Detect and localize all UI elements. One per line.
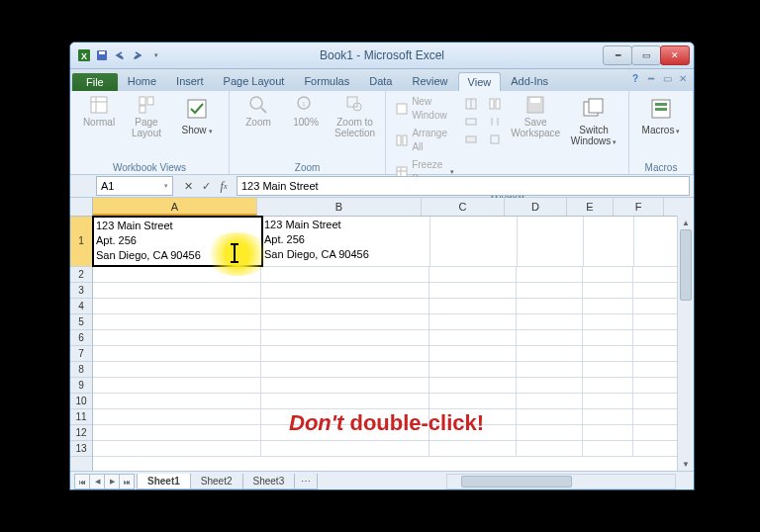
zoom-100-button[interactable]: 1100%	[283, 93, 329, 130]
col-header-b[interactable]: B	[257, 198, 422, 216]
name-box[interactable]: A1	[96, 176, 173, 196]
tab-nav-last-button[interactable]: ⏭	[119, 474, 135, 489]
svg-rect-8	[147, 97, 153, 105]
col-header-c[interactable]: C	[422, 198, 505, 216]
cell-b1[interactable]: 123 Main Street Apt. 256 San Diego, CA 9…	[262, 217, 430, 266]
tab-nav-prev-button[interactable]: ◀	[89, 474, 105, 489]
show-button[interactable]: Show	[171, 93, 223, 138]
cell-a1[interactable]: 123 Main Street Apt. 256 San Diego, CA 9…	[92, 216, 263, 267]
svg-text:X: X	[81, 51, 87, 61]
macros-button[interactable]: Macros	[635, 93, 687, 138]
arrange-all-icon	[396, 133, 408, 147]
tab-view[interactable]: View	[458, 72, 502, 91]
svg-rect-15	[347, 97, 357, 107]
new-sheet-button[interactable]: ⋯	[294, 474, 318, 489]
row-header-11[interactable]: 11	[70, 409, 92, 425]
sheet-tab-1[interactable]: Sheet1	[137, 474, 191, 489]
row-header-13[interactable]: 13	[70, 441, 92, 457]
tab-review[interactable]: Review	[402, 71, 457, 91]
svg-rect-3	[99, 51, 105, 54]
tab-addins[interactable]: Add-Ins	[501, 71, 558, 91]
row-header-9[interactable]: 9	[70, 378, 92, 394]
minimize-button[interactable]: ━	[603, 45, 632, 65]
tab-insert[interactable]: Insert	[166, 71, 214, 91]
svg-rect-4	[91, 97, 107, 113]
side-by-side-icon	[488, 97, 502, 111]
row-header-1[interactable]: 1	[70, 217, 92, 267]
enter-edit-button[interactable]: ✓	[197, 177, 215, 195]
vertical-scroll-thumb[interactable]	[680, 229, 692, 301]
svg-rect-7	[140, 97, 145, 105]
col-header-f[interactable]: F	[614, 198, 664, 216]
group-macros: Macros Macros	[629, 91, 694, 174]
sync-scroll-button[interactable]	[484, 113, 506, 131]
cells-grid[interactable]: 123 Main Street Apt. 256 San Diego, CA 9…	[93, 217, 694, 471]
qat-dropdown-icon[interactable]	[147, 47, 163, 63]
cell-e1[interactable]	[584, 217, 634, 266]
col-header-a[interactable]: A	[93, 198, 257, 216]
unhide-icon	[464, 133, 478, 146]
tab-home[interactable]: Home	[118, 71, 166, 91]
row-header-2[interactable]: 2	[70, 267, 92, 283]
mdi-close-button[interactable]: ✕	[676, 71, 690, 85]
split-button[interactable]	[460, 95, 482, 113]
tab-page-layout[interactable]: Page Layout	[214, 71, 295, 91]
annotation-text: Don't double-click!	[289, 410, 484, 436]
tab-nav-next-button[interactable]: ▶	[104, 474, 120, 489]
sheet-tab-3[interactable]: Sheet3	[242, 474, 296, 489]
row-header-3[interactable]: 3	[70, 283, 92, 299]
row-header-8[interactable]: 8	[70, 362, 92, 378]
vertical-scrollbar[interactable]: ▲ ▼	[677, 216, 694, 471]
mdi-restore-button[interactable]: ▭	[660, 71, 674, 85]
mdi-minimize-button[interactable]: ━	[644, 71, 658, 85]
normal-view-icon	[89, 95, 109, 115]
normal-view-button[interactable]: Normal	[76, 93, 122, 130]
horizontal-scroll-thumb[interactable]	[461, 476, 572, 488]
side-by-side-button[interactable]	[484, 95, 506, 113]
row-header-4[interactable]: 4	[70, 299, 92, 314]
arrange-all-button[interactable]: Arrange All	[392, 125, 458, 156]
excel-window: X Book1 - Microsoft Excel ━ ▭ ✕ File Hom…	[69, 42, 695, 490]
col-header-d[interactable]: D	[505, 198, 567, 216]
unhide-button[interactable]	[460, 131, 482, 148]
tab-file[interactable]: File	[72, 73, 118, 91]
horizontal-scrollbar[interactable]	[446, 474, 676, 489]
switch-windows-button[interactable]: Switch Windows	[565, 93, 622, 149]
close-button[interactable]: ✕	[660, 45, 690, 65]
redo-icon[interactable]	[130, 47, 145, 63]
row-header-6[interactable]: 6	[70, 330, 92, 346]
svg-rect-9	[140, 106, 145, 113]
scroll-up-icon[interactable]: ▲	[678, 216, 694, 229]
new-window-button[interactable]: New Window	[392, 93, 458, 125]
zoom-button[interactable]: Zoom	[236, 93, 281, 130]
formula-input[interactable]: 123 Main Street	[237, 176, 690, 196]
maximize-button[interactable]: ▭	[631, 45, 661, 65]
save-icon[interactable]	[94, 47, 110, 63]
row-header-7[interactable]: 7	[70, 346, 92, 362]
tab-data[interactable]: Data	[359, 71, 402, 91]
save-workspace-button[interactable]: Save Workspace	[508, 93, 563, 140]
select-all-corner[interactable]	[70, 198, 93, 217]
cell-d1[interactable]	[518, 217, 584, 266]
row-header-10[interactable]: 10	[70, 394, 92, 409]
insert-function-button[interactable]: fx	[215, 177, 233, 195]
ribbon: Normal Page Layout Show Workbook Views Z…	[70, 91, 694, 175]
hide-button[interactable]	[460, 113, 482, 131]
zoom-selection-button[interactable]: Zoom to Selection	[331, 93, 379, 140]
cell-c1[interactable]	[430, 217, 518, 266]
row-header-12[interactable]: 12	[70, 425, 92, 441]
tab-nav-first-button[interactable]: ⏮	[74, 474, 90, 489]
cancel-edit-button[interactable]: ✕	[179, 177, 197, 195]
scroll-down-icon[interactable]: ▼	[678, 457, 694, 471]
help-icon[interactable]: ?	[628, 71, 642, 85]
reset-position-button[interactable]	[484, 131, 506, 148]
zoom-100-icon: 1	[296, 95, 316, 115]
new-window-icon	[396, 102, 408, 116]
row-header-5[interactable]: 5	[70, 314, 92, 330]
col-header-e[interactable]: E	[567, 198, 614, 216]
sheet-tab-2[interactable]: Sheet2	[190, 474, 243, 489]
formula-bar: A1 ✕ ✓ fx 123 Main Street	[70, 175, 694, 198]
page-layout-button[interactable]: Page Layout	[124, 93, 169, 140]
undo-icon[interactable]	[112, 47, 128, 63]
tab-formulas[interactable]: Formulas	[294, 71, 359, 91]
